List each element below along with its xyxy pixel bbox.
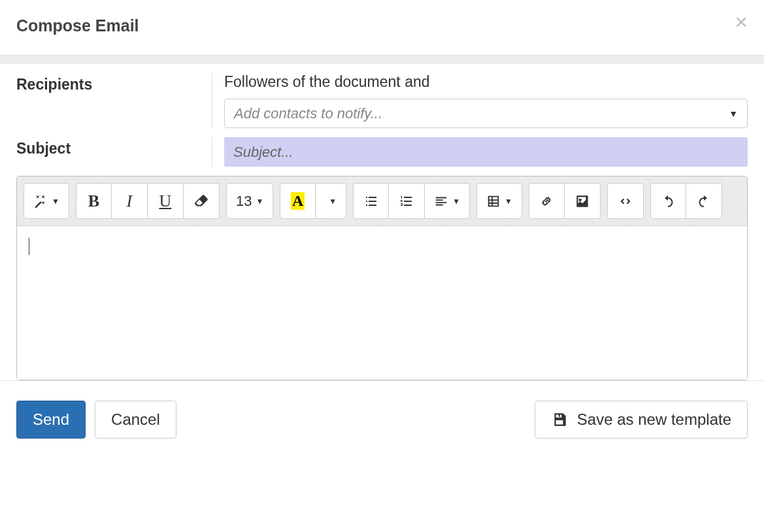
- table-icon: [486, 194, 501, 208]
- image-icon: [574, 193, 591, 210]
- caret-down-icon: ▼: [505, 197, 512, 206]
- contacts-dropdown[interactable]: Add contacts to notify... ▼: [224, 99, 748, 128]
- caret-down-icon: ▼: [452, 197, 460, 206]
- recipients-label: Recipients: [16, 73, 212, 128]
- italic-button[interactable]: I: [112, 183, 148, 219]
- eraser-icon: [193, 193, 210, 210]
- save-icon: [551, 411, 568, 428]
- paragraph-button[interactable]: ▼: [425, 183, 470, 219]
- subject-label: Subject: [16, 137, 212, 167]
- close-icon[interactable]: ×: [735, 16, 748, 27]
- font-size-value: 13: [236, 193, 252, 210]
- recipients-row: Recipients Followers of the document and…: [16, 73, 748, 128]
- undo-icon: [660, 193, 676, 209]
- caret-down-icon: ▼: [256, 197, 263, 206]
- followers-text: Followers of the document and: [224, 73, 748, 91]
- save-template-button[interactable]: Save as new template: [535, 401, 748, 439]
- editor: ▼ B I U 13 ▼ A ▼: [16, 176, 748, 380]
- undo-button[interactable]: [650, 183, 686, 219]
- font-color-icon: A: [291, 192, 305, 210]
- header-divider: [0, 55, 764, 63]
- codeview-button[interactable]: [607, 183, 644, 219]
- style-button[interactable]: ▼: [24, 183, 69, 219]
- editor-body[interactable]: [17, 226, 747, 380]
- align-icon: [434, 194, 448, 208]
- contacts-placeholder: Add contacts to notify...: [234, 105, 382, 122]
- underline-button[interactable]: U: [148, 183, 184, 219]
- bold-button[interactable]: B: [76, 183, 112, 219]
- numbered-list-icon: [399, 193, 414, 209]
- modal-header: Compose Email ×: [0, 0, 764, 55]
- editor-toolbar: ▼ B I U 13 ▼ A ▼: [17, 176, 747, 226]
- ordered-list-button[interactable]: [389, 183, 425, 219]
- text-cursor: [29, 238, 29, 255]
- caret-down-icon: ▼: [329, 197, 337, 206]
- remove-format-button[interactable]: [184, 183, 220, 219]
- subject-row: Subject: [16, 137, 748, 167]
- underline-icon: U: [159, 191, 172, 211]
- bullet-list-icon: [363, 193, 379, 209]
- font-color-caret-button[interactable]: ▼: [316, 183, 346, 219]
- picture-button[interactable]: [565, 183, 601, 219]
- subject-input[interactable]: [224, 137, 748, 167]
- chevron-down-icon: ▼: [729, 108, 738, 119]
- link-button[interactable]: [529, 183, 565, 219]
- recipients-value: Followers of the document and Add contac…: [212, 73, 748, 128]
- code-icon: [617, 193, 634, 210]
- unordered-list-button[interactable]: [353, 183, 389, 219]
- bold-icon: B: [88, 191, 99, 211]
- form-area: Recipients Followers of the document and…: [0, 63, 764, 380]
- font-color-button[interactable]: A: [280, 183, 316, 219]
- cancel-button[interactable]: Cancel: [95, 401, 176, 439]
- subject-value: [212, 137, 748, 167]
- redo-button[interactable]: [686, 183, 722, 219]
- magic-wand-icon: [33, 194, 48, 208]
- table-button[interactable]: ▼: [476, 183, 522, 219]
- modal-title: Compose Email: [16, 16, 139, 35]
- send-button[interactable]: Send: [16, 401, 86, 439]
- font-size-button[interactable]: 13 ▼: [226, 183, 273, 219]
- redo-icon: [696, 193, 712, 209]
- italic-icon: I: [127, 191, 133, 211]
- modal-footer: Send Cancel Save as new template: [0, 380, 764, 458]
- caret-down-icon: ▼: [52, 197, 59, 206]
- link-icon: [539, 193, 554, 209]
